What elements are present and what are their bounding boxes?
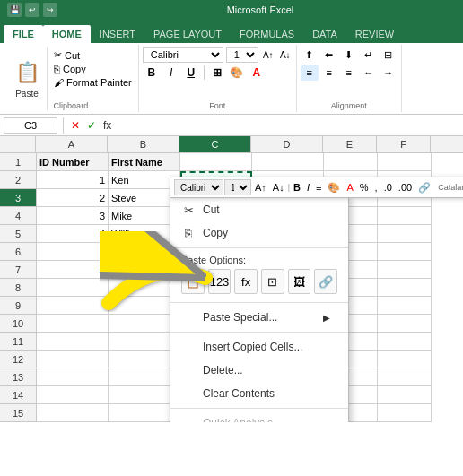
- row-header-2[interactable]: 2: [0, 171, 36, 189]
- wrap-text-button[interactable]: ↵: [360, 47, 378, 63]
- mini-comma[interactable]: ,: [372, 181, 380, 194]
- cancel-formula-icon[interactable]: ✕: [69, 119, 82, 132]
- align-top-button[interactable]: ⬆: [301, 47, 319, 63]
- merge-button[interactable]: ⊟: [380, 47, 397, 63]
- cell-a1[interactable]: ID Number: [37, 153, 109, 171]
- col-header-a[interactable]: A: [36, 136, 108, 152]
- row-header-6[interactable]: 6: [0, 243, 36, 261]
- titlebar-icons[interactable]: 💾 ↩ ↪: [7, 3, 57, 17]
- align-middle-button[interactable]: ⬅: [320, 47, 338, 63]
- redo-icon[interactable]: ↪: [43, 3, 57, 17]
- cell-a10[interactable]: [37, 315, 109, 333]
- font-color-button[interactable]: A: [248, 65, 266, 81]
- cut-button[interactable]: ✂ Cut: [51, 48, 135, 62]
- italic-button[interactable]: I: [162, 65, 180, 81]
- paste-opt-6[interactable]: 🔗: [314, 269, 337, 294]
- mini-dec-decimal[interactable]: .0: [381, 181, 395, 194]
- row-header-5[interactable]: 5: [0, 225, 36, 243]
- menu-item-clear-contents[interactable]: Clear Contents: [170, 382, 348, 405]
- cell-a6[interactable]: 5: [37, 243, 109, 261]
- bold-button[interactable]: B: [143, 65, 161, 81]
- cell-a14[interactable]: [37, 386, 109, 404]
- menu-item-insert-copied[interactable]: Insert Copied Cells...: [170, 335, 348, 359]
- increase-indent-button[interactable]: →: [380, 65, 397, 81]
- cell-f12[interactable]: [378, 351, 432, 368]
- align-center-button[interactable]: ≡: [320, 65, 338, 81]
- font-name-select[interactable]: Calibri: [143, 47, 223, 63]
- row-header-13[interactable]: 13: [0, 368, 36, 386]
- tab-insert[interactable]: INSERT: [91, 25, 144, 43]
- row-header-12[interactable]: 12: [0, 351, 36, 368]
- col-header-b[interactable]: B: [108, 136, 179, 152]
- confirm-formula-icon[interactable]: ✓: [85, 119, 98, 132]
- row-header-1[interactable]: 1: [0, 153, 36, 171]
- cell-f8[interactable]: [378, 279, 432, 297]
- cell-a3[interactable]: 2: [37, 189, 109, 207]
- cell-f14[interactable]: [378, 386, 432, 404]
- cell-f15[interactable]: [378, 404, 432, 422]
- mini-decrease-font[interactable]: A↓: [270, 181, 287, 194]
- cell-d1[interactable]: [252, 153, 324, 171]
- cell-f5[interactable]: [378, 225, 432, 243]
- row-header-7[interactable]: 7: [0, 261, 36, 279]
- col-header-c[interactable]: C: [179, 136, 251, 152]
- mini-increase-font[interactable]: A↑: [252, 181, 269, 194]
- cell-f11[interactable]: [378, 333, 432, 351]
- insert-function-icon[interactable]: fx: [101, 119, 113, 132]
- mini-font-color[interactable]: A: [344, 181, 355, 194]
- row-header-8[interactable]: 8: [0, 279, 36, 297]
- undo-icon[interactable]: ↩: [25, 3, 39, 17]
- cell-a5[interactable]: 4: [37, 225, 109, 243]
- font-decrease-button[interactable]: A↓: [278, 48, 293, 62]
- cell-f4[interactable]: [378, 207, 432, 225]
- col-header-d[interactable]: D: [251, 136, 323, 152]
- cell-a11[interactable]: [37, 333, 109, 351]
- cell-a4[interactable]: 3: [37, 207, 109, 225]
- cell-f1[interactable]: [378, 153, 432, 171]
- cell-f10[interactable]: [378, 315, 432, 333]
- row-header-14[interactable]: 14: [0, 386, 36, 404]
- mini-size-select[interactable]: 11: [224, 179, 251, 195]
- save-icon[interactable]: 💾: [7, 3, 22, 17]
- cell-a12[interactable]: [37, 351, 109, 368]
- tab-data[interactable]: DATA: [303, 25, 346, 43]
- tab-home[interactable]: HOME: [43, 25, 91, 43]
- row-header-10[interactable]: 10: [0, 315, 36, 333]
- cell-a2[interactable]: 1: [37, 171, 109, 189]
- mini-font-select[interactable]: Calibri: [174, 179, 223, 195]
- mini-italic[interactable]: I: [304, 181, 312, 194]
- font-size-select[interactable]: 11: [226, 47, 258, 63]
- paste-opt-4[interactable]: ⊡: [261, 269, 284, 294]
- align-right-button[interactable]: ≡: [340, 65, 358, 81]
- mini-inc-decimal[interactable]: .00: [396, 181, 415, 194]
- cell-a8[interactable]: [37, 279, 109, 297]
- name-box[interactable]: [4, 117, 57, 134]
- cell-a15[interactable]: [37, 404, 109, 422]
- tab-file[interactable]: FILE: [4, 25, 43, 43]
- decrease-indent-button[interactable]: ←: [360, 65, 378, 81]
- tab-formulas[interactable]: FORMULAS: [231, 25, 303, 43]
- align-left-button[interactable]: ≡: [301, 65, 319, 81]
- format-painter-button[interactable]: 🖌 Format Painter: [51, 76, 135, 89]
- tab-review[interactable]: REVIEW: [346, 25, 403, 43]
- paste-opt-3[interactable]: fx: [234, 269, 258, 294]
- row-header-3[interactable]: 3: [0, 189, 36, 207]
- cell-a13[interactable]: [37, 368, 109, 386]
- menu-item-delete[interactable]: Delete...: [170, 359, 348, 382]
- mini-align[interactable]: ≡: [313, 181, 324, 194]
- border-button[interactable]: ⊞: [208, 65, 226, 81]
- cell-f13[interactable]: [378, 368, 432, 386]
- cell-b1[interactable]: First Name: [109, 153, 180, 171]
- row-header-9[interactable]: 9: [0, 297, 36, 315]
- cell-e1[interactable]: [324, 153, 378, 171]
- cell-a9[interactable]: [37, 297, 109, 315]
- underline-button[interactable]: U: [182, 65, 200, 81]
- col-header-e[interactable]: E: [323, 136, 377, 152]
- mini-bold[interactable]: B: [291, 181, 303, 194]
- cell-f6[interactable]: [378, 243, 432, 261]
- mini-link[interactable]: 🔗: [415, 181, 433, 195]
- mini-percent[interactable]: %: [357, 181, 371, 194]
- fill-color-button[interactable]: 🎨: [228, 65, 246, 81]
- cell-c1[interactable]: [180, 153, 252, 171]
- cell-f7[interactable]: [378, 261, 432, 279]
